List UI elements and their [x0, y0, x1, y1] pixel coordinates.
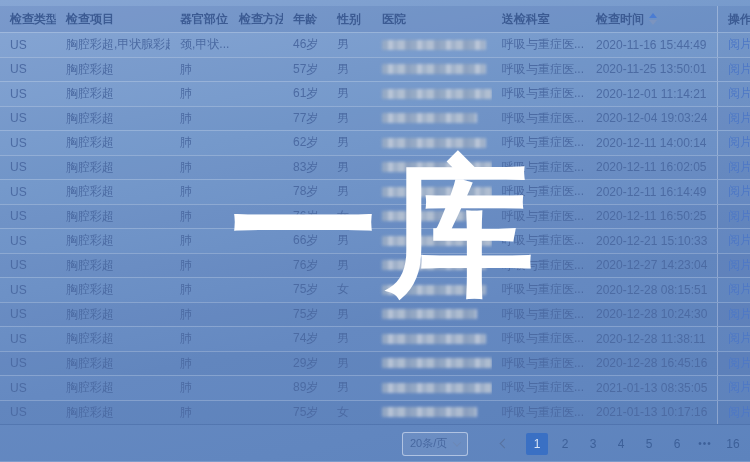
table-row: US 胸腔彩超 肺 75岁 女 呼吸与重症医... 2021-01-13 10:…: [0, 400, 750, 425]
cell-hospital: [372, 376, 492, 400]
cell-action: 阅片: [717, 401, 750, 425]
read-film-link[interactable]: 阅片: [728, 281, 750, 298]
cell-hospital: [372, 82, 492, 106]
cell-gender: 男: [327, 82, 372, 106]
cell-organ: 肺: [170, 376, 229, 400]
read-film-link[interactable]: 阅片: [728, 36, 750, 53]
chevron-down-icon: [453, 438, 461, 446]
cell-exam-type: US: [0, 58, 56, 82]
sort-caret-icon[interactable]: [649, 13, 657, 25]
cell-exam-type: US: [0, 401, 56, 425]
cell-exam-time: 2020-12-01 11:14:21: [586, 82, 717, 106]
cell-hospital: [372, 327, 492, 351]
hospital-redacted-blur: [382, 89, 492, 99]
cell-age: 57岁: [283, 58, 327, 82]
column-header-exam-time[interactable]: 检查时间: [586, 6, 717, 32]
chevron-left-icon: [499, 439, 509, 449]
cell-exam-item: 胸腔彩超: [56, 180, 170, 204]
cell-hospital: [372, 352, 492, 376]
cell-exam-item: 胸腔彩超: [56, 303, 170, 327]
read-film-link[interactable]: 阅片: [728, 355, 750, 372]
cell-gender: 男: [327, 327, 372, 351]
cell-exam-item: 胸腔彩超: [56, 205, 170, 229]
cell-exam-item: 胸腔彩超: [56, 376, 170, 400]
read-film-link[interactable]: 阅片: [728, 232, 750, 249]
cell-exam-type: US: [0, 156, 56, 180]
read-film-link[interactable]: 阅片: [728, 379, 750, 396]
read-film-link[interactable]: 阅片: [728, 208, 750, 225]
page-button-1[interactable]: 1: [526, 433, 548, 455]
page-button-4[interactable]: 4: [610, 433, 632, 455]
column-header-gender: 性别: [327, 6, 372, 32]
cell-exam-time: 2021-01-13 10:17:16: [586, 401, 717, 425]
ellipsis-more-pages[interactable]: •••: [694, 433, 716, 455]
cell-organ: 肺: [170, 303, 229, 327]
cell-organ: 肺: [170, 229, 229, 253]
cell-exam-time: 2020-12-28 16:45:16: [586, 352, 717, 376]
cell-exam-time: 2021-01-13 08:35:05: [586, 376, 717, 400]
cell-exam-time: 2020-12-11 16:14:49: [586, 180, 717, 204]
hospital-redacted-blur: [382, 334, 486, 344]
watermark-text: 一库: [230, 150, 542, 305]
cell-exam-time: 2020-12-27 14:23:04: [586, 254, 717, 278]
page-size-select[interactable]: 20条/页: [402, 432, 468, 456]
page-button-5[interactable]: 5: [638, 433, 660, 455]
read-film-link[interactable]: 阅片: [728, 159, 750, 176]
page-button-3[interactable]: 3: [582, 433, 604, 455]
exam-time-label: 检查时间: [596, 11, 644, 28]
cell-exam-type: US: [0, 205, 56, 229]
cell-exam-time: 2020-12-28 11:38:11: [586, 327, 717, 351]
cell-hospital: [372, 401, 492, 425]
cell-organ: 肺: [170, 327, 229, 351]
cell-exam-time: 2020-12-11 16:02:05: [586, 156, 717, 180]
cell-method: [229, 82, 283, 106]
cell-exam-type: US: [0, 303, 56, 327]
read-film-link[interactable]: 阅片: [728, 61, 750, 78]
cell-method: [229, 107, 283, 131]
cell-action: 阅片: [717, 327, 750, 351]
cell-gender: 男: [327, 107, 372, 131]
cell-action: 阅片: [717, 229, 750, 253]
column-header-exam-type: 检查类型: [0, 6, 56, 32]
cell-exam-time: 2020-12-28 10:24:30: [586, 303, 717, 327]
cell-exam-time: 2020-11-16 15:44:49: [586, 33, 717, 57]
cell-exam-item: 胸腔彩超: [56, 107, 170, 131]
cell-exam-time: 2020-12-11 14:00:14: [586, 131, 717, 155]
hospital-redacted-blur: [382, 40, 486, 50]
cell-exam-type: US: [0, 327, 56, 351]
cell-exam-time: 2020-12-21 15:10:33: [586, 229, 717, 253]
cell-action: 阅片: [717, 303, 750, 327]
read-film-link[interactable]: 阅片: [728, 404, 750, 421]
page-size-label: 20条/页: [410, 436, 447, 451]
read-film-link[interactable]: 阅片: [728, 306, 750, 323]
cell-age: 74岁: [283, 327, 327, 351]
cell-exam-item: 胸腔彩超: [56, 254, 170, 278]
read-film-link[interactable]: 阅片: [728, 134, 750, 151]
read-film-link[interactable]: 阅片: [728, 110, 750, 127]
cell-gender: 男: [327, 58, 372, 82]
cell-age: 77岁: [283, 107, 327, 131]
cell-organ: 肺: [170, 278, 229, 302]
hospital-redacted-blur: [382, 309, 477, 319]
sort-ascending-icon: [649, 13, 657, 18]
page-button-6[interactable]: 6: [666, 433, 688, 455]
cell-action: 阅片: [717, 180, 750, 204]
cell-exam-item: 胸腔彩超: [56, 82, 170, 106]
cell-hospital: [372, 58, 492, 82]
table-row: US 胸腔彩超,甲状腺彩超 颈,甲状... 46岁 男 呼吸与重症医... 20…: [0, 32, 750, 57]
read-film-link[interactable]: 阅片: [728, 85, 750, 102]
cell-organ: 肺: [170, 131, 229, 155]
cell-age: 46岁: [283, 33, 327, 57]
cell-department: 呼吸与重症医...: [492, 327, 586, 351]
cell-exam-type: US: [0, 33, 56, 57]
cell-method: [229, 327, 283, 351]
prev-page-button[interactable]: [493, 433, 515, 455]
cell-gender: 男: [327, 376, 372, 400]
read-film-link[interactable]: 阅片: [728, 183, 750, 200]
cell-exam-item: 胸腔彩超,甲状腺彩超: [56, 33, 170, 57]
page-button-2[interactable]: 2: [554, 433, 576, 455]
read-film-link[interactable]: 阅片: [728, 257, 750, 274]
cell-exam-item: 胸腔彩超: [56, 131, 170, 155]
read-film-link[interactable]: 阅片: [728, 330, 750, 347]
page-button-16[interactable]: 16: [722, 433, 744, 455]
